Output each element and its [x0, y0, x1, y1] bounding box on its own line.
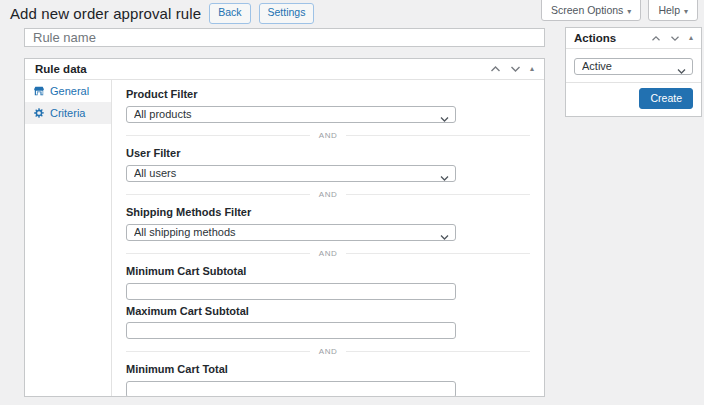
page-header: Add new order approval rule Back Setting… [10, 3, 314, 24]
back-button[interactable]: Back [209, 3, 250, 24]
and-separator: AND [126, 190, 530, 199]
rule-data-title: Rule data [35, 63, 87, 75]
screen-options-label: Screen Options [551, 4, 623, 16]
and-label: AND [310, 190, 346, 199]
screen-options-button[interactable]: Screen Options ▾ [541, 0, 641, 21]
screen-meta-links: Screen Options ▾ Help ▾ [541, 0, 698, 21]
gear-icon [33, 107, 45, 119]
main-column: Rule data ▴ GeneralCriteria Pr [24, 28, 545, 397]
shipping-methods-filter-select[interactable]: All shipping methods [126, 224, 456, 241]
sidebar: Actions ▴ Active [565, 27, 702, 117]
select-wrapper: All users [126, 163, 456, 182]
tab-label: General [50, 85, 89, 97]
actions-handle-actions: ▴ [651, 34, 693, 42]
actions-header[interactable]: Actions ▴ [566, 28, 701, 49]
rule-name-input[interactable] [24, 28, 545, 47]
minimum-cart-total-input[interactable] [126, 381, 456, 397]
move-down-button[interactable] [510, 65, 521, 73]
chevron-down-icon [510, 65, 521, 73]
collapse-toggle-button[interactable]: ▴ [530, 65, 534, 73]
separator-line [346, 253, 530, 254]
rule-data-metabox: Rule data ▴ GeneralCriteria Pr [24, 58, 545, 397]
tab-general[interactable]: General [25, 80, 111, 102]
minimum-cart-subtotal-label: Minimum Cart Subtotal [126, 265, 530, 277]
page-title: Add new order approval rule [10, 5, 201, 22]
shipping-methods-filter-label: Shipping Methods Filter [126, 206, 530, 218]
and-separator: AND [126, 131, 530, 140]
settings-button[interactable]: Settings [259, 3, 315, 24]
collapse-up-icon: ▴ [689, 34, 693, 42]
create-button[interactable]: Create [639, 88, 693, 109]
move-up-button[interactable] [651, 35, 661, 42]
actions-metabox: Actions ▴ Active [565, 27, 702, 117]
and-separator: AND [126, 347, 530, 356]
actions-body: Active [566, 49, 701, 82]
separator-line [346, 351, 530, 352]
user-filter-select[interactable]: All users [126, 165, 456, 182]
actions-footer: Create [566, 82, 701, 116]
and-label: AND [310, 347, 346, 356]
user-filter-label: User Filter [126, 147, 530, 159]
move-down-button[interactable] [670, 35, 680, 42]
select-wrapper: All shipping methods [126, 222, 456, 241]
separator-line [126, 135, 310, 136]
rule-data-tabs: GeneralCriteria [25, 80, 112, 396]
caret-down-icon: ▾ [684, 8, 688, 16]
move-up-button[interactable] [490, 65, 501, 73]
chevron-up-icon [490, 65, 501, 73]
rule-data-header[interactable]: Rule data ▴ [25, 59, 544, 80]
minimum-cart-subtotal-input[interactable] [126, 283, 456, 300]
rule-data-handle-actions: ▴ [490, 65, 534, 73]
separator-line [346, 135, 530, 136]
and-label: AND [310, 131, 346, 140]
tab-label: Criteria [50, 107, 85, 119]
tab-criteria[interactable]: Criteria [25, 102, 111, 124]
product-filter-select[interactable]: All products [126, 106, 456, 123]
collapse-toggle-button[interactable]: ▴ [689, 34, 693, 42]
help-label: Help [658, 4, 680, 16]
chevron-up-icon [651, 35, 661, 42]
and-label: AND [310, 249, 346, 258]
store-icon [33, 85, 45, 97]
separator-line [126, 351, 310, 352]
maximum-cart-subtotal-label: Maximum Cart Subtotal [126, 305, 530, 317]
caret-down-icon: ▾ [627, 8, 631, 16]
separator-line [126, 194, 310, 195]
product-filter-label: Product Filter [126, 88, 530, 100]
separator-line [126, 253, 310, 254]
minimum-cart-total-label: Minimum Cart Total [126, 363, 530, 375]
separator-line [346, 194, 530, 195]
help-button[interactable]: Help ▾ [648, 0, 698, 21]
collapse-up-icon: ▴ [530, 65, 534, 73]
and-separator: AND [126, 249, 530, 258]
actions-title: Actions [574, 32, 616, 44]
maximum-cart-subtotal-input[interactable] [126, 322, 456, 339]
select-wrapper: All products [126, 104, 456, 123]
criteria-panel: Product FilterAll productsANDUser Filter… [112, 80, 544, 396]
rule-data-body: GeneralCriteria Product FilterAll produc… [25, 80, 544, 396]
status-select[interactable]: Active [574, 58, 693, 75]
chevron-down-icon [670, 35, 680, 42]
